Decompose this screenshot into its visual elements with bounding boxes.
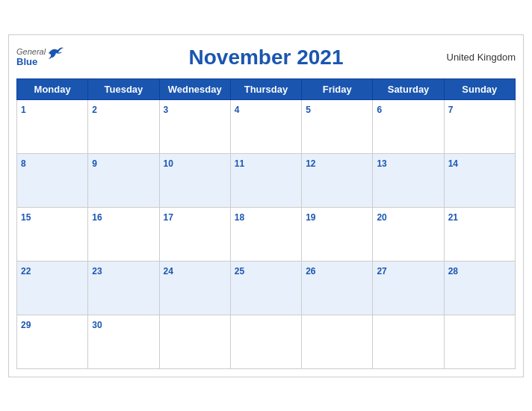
day-number: 21 — [448, 212, 458, 223]
calendar-cell — [444, 315, 515, 368]
calendar-cell: 3 — [159, 99, 230, 153]
calendar-cell — [373, 315, 444, 368]
header-monday: Monday — [17, 78, 88, 99]
week-row-1: 1234567 — [17, 99, 516, 153]
week-row-3: 15161718192021 — [17, 207, 516, 261]
header-tuesday: Tuesday — [88, 78, 159, 99]
header-wednesday: Wednesday — [159, 78, 230, 99]
country-label: United Kingdom — [447, 52, 516, 63]
calendar-cell: 5 — [302, 99, 373, 153]
day-number: 25 — [235, 266, 244, 276]
day-number: 28 — [448, 266, 458, 276]
calendar-cell: 7 — [444, 99, 515, 153]
day-number: 30 — [92, 320, 102, 330]
header-friday: Friday — [302, 78, 373, 99]
logo-general-text: General — [16, 47, 46, 56]
calendar-table: Monday Tuesday Wednesday Thursday Friday… — [16, 78, 516, 369]
day-number: 2 — [92, 105, 97, 115]
day-number: 9 — [92, 158, 97, 169]
calendar-header: General Blue November 2021 United Kingdo… — [16, 43, 516, 72]
day-number: 4 — [235, 105, 240, 115]
calendar-cell: 29 — [17, 315, 88, 368]
calendar-cell: 27 — [373, 261, 444, 315]
week-row-5: 2930 — [17, 315, 516, 368]
calendar-container: General Blue November 2021 United Kingdo… — [8, 34, 524, 377]
calendar-cell: 19 — [302, 207, 373, 261]
calendar-cell: 26 — [302, 261, 373, 315]
calendar-cell: 8 — [17, 153, 88, 207]
logo-blue-text: Blue — [16, 56, 46, 67]
week-row-4: 22232425262728 — [17, 261, 516, 315]
calendar-cell: 9 — [88, 153, 159, 207]
calendar-title: November 2021 — [188, 46, 343, 69]
calendar-cell: 10 — [159, 153, 230, 207]
calendar-cell: 13 — [373, 153, 444, 207]
header-thursday: Thursday — [230, 78, 301, 99]
calendar-cell: 17 — [159, 207, 230, 261]
header-sunday: Sunday — [444, 78, 515, 99]
calendar-cell: 25 — [230, 261, 301, 315]
calendar-cell: 14 — [444, 153, 515, 207]
day-number: 19 — [306, 212, 315, 223]
day-number: 5 — [306, 105, 311, 115]
weekday-header-row: Monday Tuesday Wednesday Thursday Friday… — [17, 78, 516, 99]
calendar-cell: 11 — [230, 153, 301, 207]
day-number: 7 — [448, 105, 454, 115]
calendar-cell: 2 — [88, 99, 159, 153]
day-number: 11 — [235, 158, 244, 169]
calendar-cell: 22 — [17, 261, 88, 315]
calendar-cell — [230, 315, 301, 368]
day-number: 15 — [21, 212, 31, 223]
day-number: 10 — [164, 158, 173, 169]
calendar-cell: 1 — [17, 99, 88, 153]
header-saturday: Saturday — [373, 78, 444, 99]
calendar-cell: 6 — [373, 99, 444, 153]
calendar-cell: 28 — [444, 261, 515, 315]
week-row-2: 891011121314 — [17, 153, 516, 207]
day-number: 1 — [21, 105, 26, 115]
calendar-cell — [302, 315, 373, 368]
calendar-cell: 15 — [17, 207, 88, 261]
logo-area: General Blue — [16, 47, 64, 67]
day-number: 8 — [21, 158, 26, 169]
day-number: 24 — [164, 266, 173, 276]
calendar-cell: 16 — [88, 207, 159, 261]
day-number: 3 — [164, 105, 169, 115]
calendar-cell: 21 — [444, 207, 515, 261]
day-number: 23 — [92, 266, 102, 276]
calendar-cell: 23 — [88, 261, 159, 315]
day-number: 22 — [21, 266, 31, 276]
calendar-cell: 12 — [302, 153, 373, 207]
day-number: 12 — [306, 158, 315, 169]
day-number: 6 — [377, 105, 382, 115]
calendar-cell: 30 — [88, 315, 159, 368]
day-number: 14 — [448, 158, 458, 169]
calendar-cell: 4 — [230, 99, 301, 153]
calendar-cell: 20 — [373, 207, 444, 261]
day-number: 17 — [164, 212, 173, 223]
day-number: 27 — [377, 266, 386, 276]
day-number: 20 — [377, 212, 386, 223]
day-number: 13 — [377, 158, 386, 169]
calendar-cell: 24 — [159, 261, 230, 315]
day-number: 29 — [21, 320, 31, 330]
day-number: 16 — [92, 212, 102, 223]
calendar-cell — [159, 315, 230, 368]
calendar-cell: 18 — [230, 207, 301, 261]
day-number: 18 — [235, 212, 244, 223]
day-number: 26 — [306, 266, 315, 276]
logo-bird-icon — [47, 46, 64, 61]
